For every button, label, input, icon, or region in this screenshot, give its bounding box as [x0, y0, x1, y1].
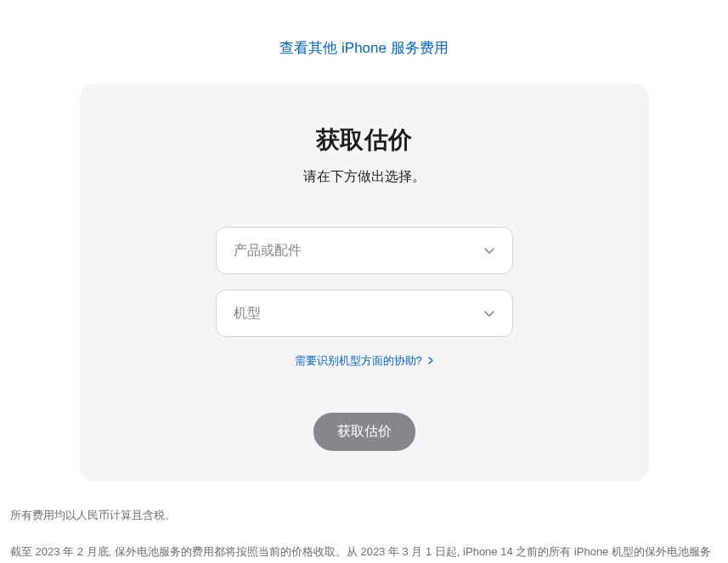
footer-line-2: 截至 2023 年 2 月底, 保外电池服务的费用都将按照当前的价格收取。从 2… — [10, 542, 718, 563]
product-dropdown[interactable]: 产品或配件 — [216, 227, 513, 274]
product-dropdown-placeholder: 产品或配件 — [234, 242, 302, 260]
help-link-text: 需要识别机型方面的协助? — [295, 354, 422, 367]
other-services-link[interactable]: 查看其他 iPhone 服务费用 — [279, 40, 448, 56]
model-dropdown-placeholder: 机型 — [234, 305, 261, 323]
chevron-down-icon — [483, 247, 495, 254]
footer-line-2-text: 截至 2023 年 2 月底, 保外电池服务的费用都将按照当前的价格收取。从 2… — [10, 545, 711, 558]
estimate-card: 获取估价 请在下方做出选择。 产品或配件 机型 需要识别机型方面的协助? — [80, 83, 649, 481]
help-link-container: 需要识别机型方面的协助? — [114, 352, 615, 369]
card-title: 获取估价 — [114, 124, 615, 156]
card-subtitle: 请在下方做出选择。 — [114, 168, 615, 186]
get-estimate-button[interactable]: 获取估价 — [313, 413, 415, 451]
chevron-down-icon — [483, 310, 495, 317]
footer-line-1: 所有费用均以人民币计算且含税。 — [10, 505, 718, 526]
model-dropdown[interactable]: 机型 — [216, 290, 513, 337]
chevron-right-icon — [428, 354, 433, 367]
footer-notes: 所有费用均以人民币计算且含税。 截至 2023 年 2 月底, 保外电池服务的费… — [10, 505, 718, 563]
identify-model-help-link[interactable]: 需要识别机型方面的协助? — [295, 354, 434, 367]
top-link-container: 查看其他 iPhone 服务费用 — [10, 0, 718, 83]
